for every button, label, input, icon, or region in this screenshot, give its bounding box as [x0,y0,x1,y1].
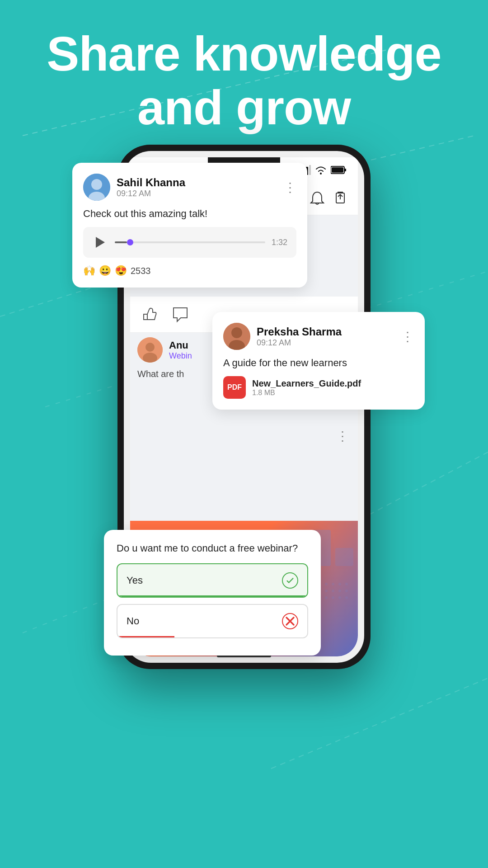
like-icon[interactable] [141,306,158,323]
svg-point-26 [338,583,341,585]
headline-line1: Share knowledge [47,26,441,81]
preksha-name: Preksha Sharma [257,326,342,338]
poll-yes-check [282,572,298,589]
check-icon [285,576,295,585]
audio-progress-bar[interactable] [115,241,265,243]
audio-duration: 1:32 [272,238,287,247]
sahil-avatar [83,174,110,201]
svg-rect-10 [309,165,311,175]
anu-avatar [137,337,163,363]
play-button[interactable] [92,234,108,250]
poll-no-label: No [127,615,139,627]
reaction-2[interactable]: 😀 [99,265,111,277]
bell-icon[interactable] [310,191,324,207]
reaction-count: 2533 [131,266,151,276]
reactions-row: 🙌 😀 😍 2533 [83,265,296,277]
sahil-more-button[interactable]: ⋮ [284,180,296,195]
poll-no-x [282,613,298,629]
pdf-filename: New_Learners_Guide.pdf [252,378,361,389]
poll-yes-fill [117,564,307,597]
audio-fill [115,241,127,243]
svg-point-27 [345,583,348,585]
svg-point-40 [231,327,242,338]
preksha-time: 09:12 AM [257,338,342,348]
battery-icon [331,165,347,175]
svg-rect-21 [335,548,353,566]
sahil-name-time: Sahil Khanna 09:12 AM [117,176,185,198]
anu-avatar-img [137,337,163,363]
preksha-card-header: Preksha Sharma 09:12 AM ⋮ [223,323,414,350]
svg-rect-13 [344,169,346,171]
poll-option-no[interactable]: No [117,604,308,638]
preksha-avatar-img [223,323,250,350]
pdf-info: New_Learners_Guide.pdf 1.8 MB [252,378,361,397]
anu-preview-text: What are th [137,369,184,379]
svg-point-29 [332,590,334,592]
play-triangle-icon [96,237,105,248]
sahil-name: Sahil Khanna [117,176,185,189]
svg-point-28 [325,590,328,592]
anu-info: Anu Webin [169,340,192,361]
pdf-attachment[interactable]: PDF New_Learners_Guide.pdf 1.8 MB [223,376,414,399]
anu-subtitle: Webin [169,351,192,361]
reaction-3[interactable]: 😍 [115,265,127,277]
reaction-1[interactable]: 🙌 [83,265,95,277]
svg-rect-14 [332,167,343,173]
svg-point-24 [325,583,328,585]
poll-yes-bar [117,595,307,597]
preksha-user-info: Preksha Sharma 09:12 AM [223,323,342,350]
poll-option-yes[interactable]: Yes [117,563,308,598]
card-sahil-khanna: Sahil Khanna 09:12 AM ⋮ Check out this a… [72,163,307,288]
svg-point-11 [320,173,322,175]
svg-point-18 [145,343,155,352]
preksha-name-time: Preksha Sharma 09:12 AM [257,326,342,348]
headline-line2: and grow [137,80,351,135]
preksha-more-button[interactable]: ⋮ [401,329,414,344]
svg-point-37 [91,179,102,190]
poll-yes-label: Yes [127,575,143,586]
sahil-message: Check out this amazing talk! [83,208,296,220]
phone-mockup: 19:02 [117,145,371,714]
comment-icon[interactable] [172,306,189,323]
svg-point-25 [332,583,334,585]
hero-headline: Share knowledge and grow [0,27,488,135]
preksha-message: A guide for the new learners [223,357,414,369]
poll-question: Do u want me to conduct a free webinar? [117,542,308,554]
poll-no-bar [117,636,174,637]
sahil-avatar-img [83,174,110,201]
svg-point-34 [338,596,341,599]
poll-card: Do u want me to conduct a free webinar? … [104,530,321,656]
audio-player[interactable]: 1:32 [83,227,296,258]
anu-name: Anu [169,340,192,351]
svg-point-31 [345,590,348,592]
svg-point-35 [345,596,348,599]
preksha-avatar [223,323,250,350]
app-bar-icons [310,191,347,207]
svg-point-30 [338,590,341,592]
card-preksha-sharma: Preksha Sharma 09:12 AM ⋮ A guide for th… [212,312,425,410]
sahil-time: 09:12 AM [117,189,185,198]
pdf-icon: PDF [223,376,246,399]
svg-point-33 [332,596,334,599]
anu-list-item[interactable]: Anu Webin [137,337,192,363]
sahil-user-info: Sahil Khanna 09:12 AM [83,174,185,201]
x-icon [283,614,297,628]
svg-point-32 [325,596,328,599]
wifi-icon [314,165,327,175]
sahil-card-header: Sahil Khanna 09:12 AM ⋮ [83,174,296,201]
share-icon[interactable] [333,191,347,207]
side-more-icon[interactable]: ⋮ [336,429,349,443]
audio-scrubber[interactable] [127,239,133,245]
pdf-filesize: 1.8 MB [252,389,361,397]
